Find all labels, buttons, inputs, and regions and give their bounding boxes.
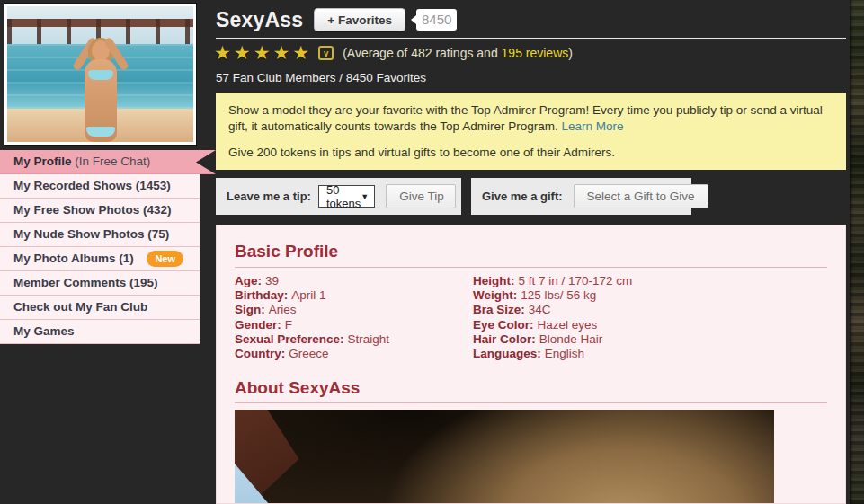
sidebar-item-member-comments[interactable]: Member Comments (195) xyxy=(0,271,200,296)
learn-more-link[interactable]: Learn More xyxy=(561,119,623,133)
star-icon: ★ xyxy=(254,42,271,64)
sidebar-item-my-profile[interactable]: My Profile (In Free Chat) xyxy=(0,150,216,174)
tip-amount-select[interactable]: 50 tokens ▼ xyxy=(318,185,375,208)
field-value: Hazel eyes xyxy=(538,318,598,332)
page-title: SexyAss xyxy=(216,8,303,32)
field-label: Weight: xyxy=(473,288,517,302)
field-value: 34C xyxy=(529,303,551,316)
sidebar-item-nude-show-photos[interactable]: My Nude Show Photos (75) xyxy=(0,223,200,247)
profile-field: Birthday:April 1 xyxy=(235,288,389,303)
header: SexyAss + Favorites 8450 xyxy=(216,5,457,34)
sidebar-item-label: My Free Show Photos (432) xyxy=(13,203,172,217)
field-value: Aries xyxy=(269,303,297,316)
field-label: Country: xyxy=(235,347,285,360)
tip-amount-value: 50 tokens xyxy=(326,183,361,210)
field-label: Age: xyxy=(235,274,262,287)
star-icon: ★ xyxy=(234,42,251,64)
new-badge: New xyxy=(147,251,183,267)
star-icon: ★ xyxy=(272,42,289,64)
profile-field: Height:5 ft 7 in / 170-172 cm xyxy=(473,274,632,288)
profile-field: Bra Size:34C xyxy=(473,303,632,317)
profile-field: Sexual Preference:Straight xyxy=(235,332,389,347)
profile-field: Age:39 xyxy=(235,274,389,288)
sidebar-item-my-games[interactable]: My Games xyxy=(0,320,200,344)
profile-photo xyxy=(4,4,196,145)
profile-field: Sign:Aries xyxy=(235,303,389,317)
tip-label: Leave me a tip: xyxy=(227,190,311,203)
add-favorites-button[interactable]: + Favorites xyxy=(314,8,405,31)
select-gift-button[interactable]: Select a Gift to Give xyxy=(574,184,708,208)
chevron-down-icon: ▼ xyxy=(361,192,369,201)
profile-field: Hair Color:Blonde Hair xyxy=(473,332,632,347)
sidebar-item-label: My Profile xyxy=(13,155,72,168)
profile-panel: Basic Profile Age:39 Birthday:April 1 Si… xyxy=(216,225,846,504)
field-value: Blonde Hair xyxy=(539,332,603,346)
field-value: 5 ft 7 in / 170-172 cm xyxy=(519,274,633,287)
sidebar-item-label: My Recorded Shows (1453) xyxy=(13,179,171,192)
rating-summary-suffix: ) xyxy=(568,46,573,60)
notice-text: Show a model they are your favorite with… xyxy=(228,103,823,133)
sidebar-item-label: My Games xyxy=(13,324,75,338)
profile-field: Gender:F xyxy=(235,318,389,332)
background-photo-strip xyxy=(850,0,864,504)
fan-club-stats: 57 Fan Club Members / 8450 Favorites xyxy=(216,71,426,84)
admirers-line: Give 200 tokens in tips and virtual gift… xyxy=(228,145,833,161)
profile-field: Languages:English xyxy=(473,347,632,361)
active-item-arrow-icon xyxy=(196,150,216,174)
field-value: Straight xyxy=(348,332,390,346)
basic-profile-left-column: Age:39 Birthday:April 1 Sign:Aries Gende… xyxy=(235,274,389,361)
field-label: Bra Size: xyxy=(473,303,525,316)
basic-profile-right-column: Height:5 ft 7 in / 170-172 cm Weight:125… xyxy=(473,274,632,361)
sidebar-item-fan-club[interactable]: Check out My Fan Club xyxy=(0,296,200,320)
heading-rule xyxy=(235,402,827,403)
field-value: English xyxy=(545,347,584,360)
sidebar-item-label: My Nude Show Photos (75) xyxy=(13,227,169,241)
rating-row: ★ ★ ★ ★ ★ ∨ (Average of 482 ratings and … xyxy=(214,42,573,64)
favorites-count-bubble: 8450 xyxy=(416,9,457,31)
field-label: Hair Color: xyxy=(473,332,536,346)
gift-label: Give me a gift: xyxy=(482,190,563,203)
field-value: F xyxy=(285,318,292,332)
header-divider xyxy=(216,38,846,39)
reviews-link[interactable]: 195 reviews xyxy=(502,46,569,60)
rating-dropdown-icon[interactable]: ∨ xyxy=(318,46,334,60)
sidebar-item-label: Member Comments (195) xyxy=(13,276,158,289)
gift-section: Give me a gift: Select a Gift to Give xyxy=(471,178,691,215)
about-heading: About SexyAss xyxy=(235,378,360,398)
heading-rule xyxy=(235,267,827,268)
photo-model-head xyxy=(92,40,110,61)
field-label: Languages: xyxy=(473,347,541,360)
rating-summary: (Average of 482 ratings and 195 reviews) xyxy=(343,46,573,60)
profile-field: Eye Color:Hazel eyes xyxy=(473,318,632,332)
field-label: Gender: xyxy=(235,318,281,332)
photo-bikini-bottom xyxy=(86,127,115,137)
star-icon: ★ xyxy=(214,42,231,64)
sidebar-item-recorded-shows[interactable]: My Recorded Shows (1453) xyxy=(0,174,200,199)
field-label: Birthday: xyxy=(235,288,288,302)
field-label: Sign: xyxy=(235,303,265,316)
field-value: April 1 xyxy=(291,288,325,302)
sidebar-item-label: My Photo Albums (1) xyxy=(13,252,134,265)
field-label: Sexual Preference: xyxy=(235,332,344,346)
about-photo xyxy=(235,410,774,504)
sidebar-item-photo-albums[interactable]: My Photo Albums (1) New xyxy=(0,247,200,271)
tip-section: Leave me a tip: 50 tokens ▼ Give Tip xyxy=(216,178,461,215)
field-label: Eye Color: xyxy=(473,318,534,332)
profile-field: Weight:125 lbs/ 56 kg xyxy=(473,288,632,303)
photo-bikini-top xyxy=(88,70,113,80)
top-admirer-notice: Show a model they are your favorite with… xyxy=(216,93,846,170)
field-label: Height: xyxy=(473,274,515,287)
photo-model-figure xyxy=(67,34,135,142)
basic-profile-heading: Basic Profile xyxy=(235,242,338,261)
field-value: Greece xyxy=(289,347,328,360)
rating-summary-prefix: (Average of 482 ratings and xyxy=(343,46,501,60)
sidebar-item-free-show-photos[interactable]: My Free Show Photos (432) xyxy=(0,199,200,223)
star-icon: ★ xyxy=(292,42,309,64)
field-value: 125 lbs/ 56 kg xyxy=(521,288,596,302)
sidebar-item-label: Check out My Fan Club xyxy=(13,300,147,314)
notice-paragraph: Show a model they are your favorite with… xyxy=(228,102,833,135)
sidebar-item-status: (In Free Chat) xyxy=(72,155,151,168)
field-value: 39 xyxy=(265,274,279,287)
profile-field: Country:Greece xyxy=(235,347,389,361)
give-tip-button[interactable]: Give Tip xyxy=(386,184,456,208)
